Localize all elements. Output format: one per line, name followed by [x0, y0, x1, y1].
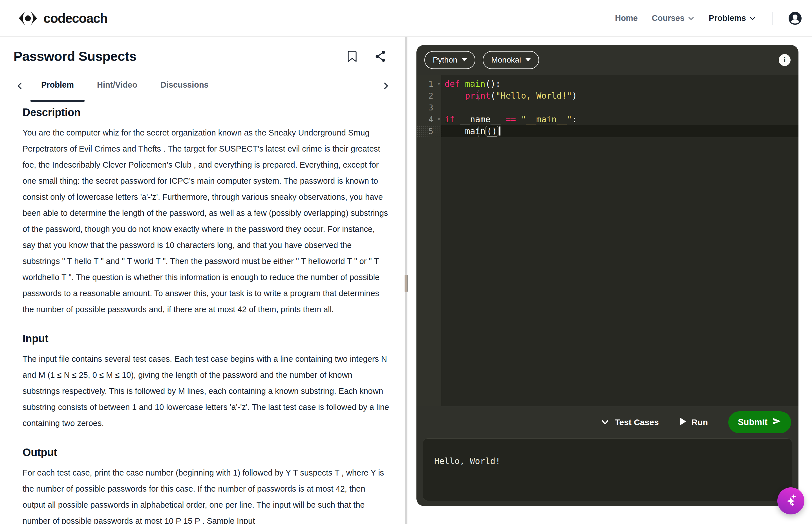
send-icon: [772, 417, 782, 428]
tabs-scroll-right-icon[interactable]: [381, 82, 390, 90]
indent-guide: [478, 91, 479, 101]
chevron-down-icon: [601, 418, 609, 427]
editor-action-bar: Test Cases Run Submit: [416, 406, 798, 438]
code-line-1[interactable]: 1▾def main():: [416, 78, 798, 90]
main-nav: Home Courses Problems: [615, 12, 802, 25]
tabs-scroll-left-icon[interactable]: [16, 82, 24, 90]
brand-name: codecoach: [44, 11, 108, 26]
nav-divider: [772, 12, 773, 25]
fold-arrow-icon[interactable]: ▾: [437, 78, 440, 90]
section-heading: Output: [22, 446, 389, 459]
code-text: print("Hello, World!"): [441, 90, 798, 102]
code-text: main(): [441, 125, 798, 137]
indent-guide: [478, 126, 479, 137]
test-cases-toggle[interactable]: Test Cases: [601, 417, 658, 427]
section-heading: Input: [22, 333, 389, 345]
info-icon[interactable]: i: [779, 54, 791, 66]
problem-content: DescriptionYou are the computer whiz for…: [14, 107, 392, 524]
nav-item-problems[interactable]: Problems: [709, 14, 756, 23]
sparkles-icon: [783, 492, 799, 509]
chevron-down-icon: [687, 15, 695, 22]
caret-down-icon: [526, 58, 531, 61]
theme-select[interactable]: Monokai: [483, 51, 539, 69]
console-output-text: Hello, World!: [434, 456, 781, 466]
line-number: 2: [416, 90, 441, 102]
line-number: 4▾: [416, 114, 441, 125]
output-console: Hello, World!: [423, 438, 792, 501]
brand-logo[interactable]: codecoach: [17, 11, 108, 26]
code-line-5[interactable]: 5 main(): [416, 125, 798, 137]
tab-problem[interactable]: Problem: [41, 80, 74, 91]
line-number: 3: [416, 102, 441, 114]
header: codecoach Home Courses Problems: [0, 0, 812, 37]
code-text: def main():: [441, 78, 798, 90]
caret-down-icon: [462, 58, 467, 61]
tab-hint-video[interactable]: Hint/Video: [97, 80, 137, 91]
fold-arrow-icon[interactable]: ▾: [437, 114, 440, 125]
nav-item-home[interactable]: Home: [615, 14, 638, 23]
code-area[interactable]: 1▾def main():2 print("Hello, World!")34▾…: [416, 75, 798, 406]
line-number: 5: [416, 125, 441, 137]
nav-item-courses[interactable]: Courses: [652, 14, 695, 23]
play-icon: [679, 417, 686, 428]
tab-discussions[interactable]: Discussions: [160, 80, 209, 91]
code-text: [441, 102, 798, 114]
section-description: DescriptionYou are the computer whiz for…: [22, 107, 389, 317]
code-line-3[interactable]: 3: [416, 102, 798, 114]
section-paragraph: You are the computer whiz for the secret…: [22, 125, 389, 317]
section-input: InputThe input file contains several tes…: [22, 333, 389, 431]
language-select[interactable]: Python: [424, 51, 475, 69]
section-output: OutputFor each test case, print the case…: [22, 446, 389, 524]
problem-panel: Password Suspects Problem: [0, 37, 405, 524]
chevron-down-icon: [749, 15, 756, 22]
code-text: if __name__ == "__main__":: [441, 114, 798, 125]
page-title: Password Suspects: [14, 48, 137, 64]
line-number: 1▾: [416, 78, 441, 90]
bookmark-icon[interactable]: [346, 50, 359, 63]
section-paragraph: For each test case, print the case numbe…: [22, 465, 389, 524]
codecoach-logo-icon: [17, 11, 38, 26]
section-paragraph: The input file contains several test cas…: [22, 351, 389, 431]
text-cursor: [499, 127, 500, 135]
section-heading: Description: [22, 107, 389, 119]
ai-assistant-fab[interactable]: [777, 487, 805, 514]
code-line-2[interactable]: 2 print("Hello, World!"): [416, 90, 798, 102]
editor-toolbar: Python Monokai i: [416, 45, 798, 75]
user-avatar[interactable]: [788, 12, 802, 25]
panel-resize-handle[interactable]: [404, 275, 408, 292]
submit-button[interactable]: Submit: [728, 411, 791, 433]
code-editor-panel: Python Monokai i 1▾def main():2 print("H…: [416, 45, 798, 506]
run-button[interactable]: Run: [679, 417, 708, 428]
share-icon[interactable]: [374, 50, 386, 63]
code-line-4[interactable]: 4▾if __name__ == "__main__":: [416, 114, 798, 125]
tab-bar: Problem Hint/Video Discussions: [14, 80, 392, 91]
